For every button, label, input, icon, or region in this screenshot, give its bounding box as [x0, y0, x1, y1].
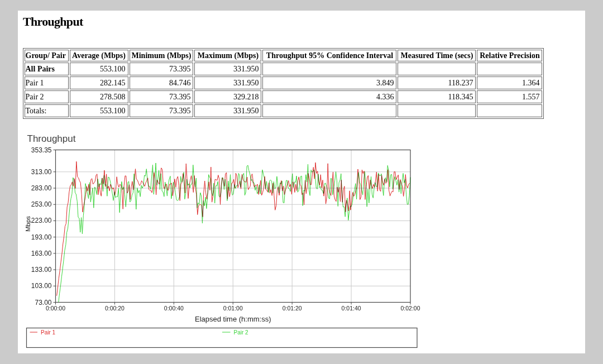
svg-text:Elapsed time (h:mm:ss): Elapsed time (h:mm:ss)	[195, 315, 271, 323]
svg-text:0:01:20: 0:01:20	[283, 305, 302, 312]
svg-text:313.00: 313.00	[31, 168, 52, 176]
svg-text:Throughput: Throughput	[27, 133, 76, 144]
svg-text:Pair 2: Pair 2	[234, 329, 249, 336]
svg-text:253.00: 253.00	[31, 200, 52, 208]
svg-text:353.35: 353.35	[31, 146, 52, 154]
svg-text:Pair 1: Pair 1	[41, 329, 56, 336]
svg-text:Mbps: Mbps	[25, 216, 31, 232]
svg-text:0:00:00: 0:00:00	[46, 305, 65, 312]
svg-text:223.00: 223.00	[31, 217, 52, 224]
svg-text:193.00: 193.00	[31, 233, 52, 241]
svg-text:103.00: 103.00	[31, 282, 52, 290]
svg-text:0:01:40: 0:01:40	[342, 305, 361, 312]
svg-text:163.00: 163.00	[31, 250, 52, 257]
svg-text:133.00: 133.00	[31, 266, 52, 274]
svg-text:0:02:00: 0:02:00	[400, 305, 420, 312]
svg-text:0:00:40: 0:00:40	[164, 305, 184, 312]
svg-text:283.00: 283.00	[31, 184, 52, 192]
svg-text:0:01:00: 0:01:00	[223, 305, 243, 312]
svg-text:0:00:20: 0:00:20	[105, 305, 125, 312]
